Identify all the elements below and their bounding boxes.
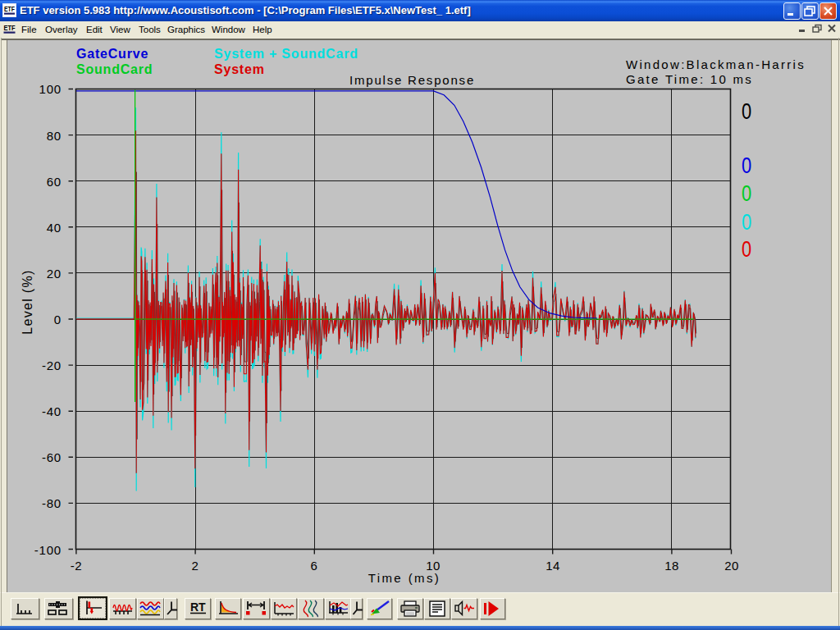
svg-text:RT: RT xyxy=(190,600,206,614)
